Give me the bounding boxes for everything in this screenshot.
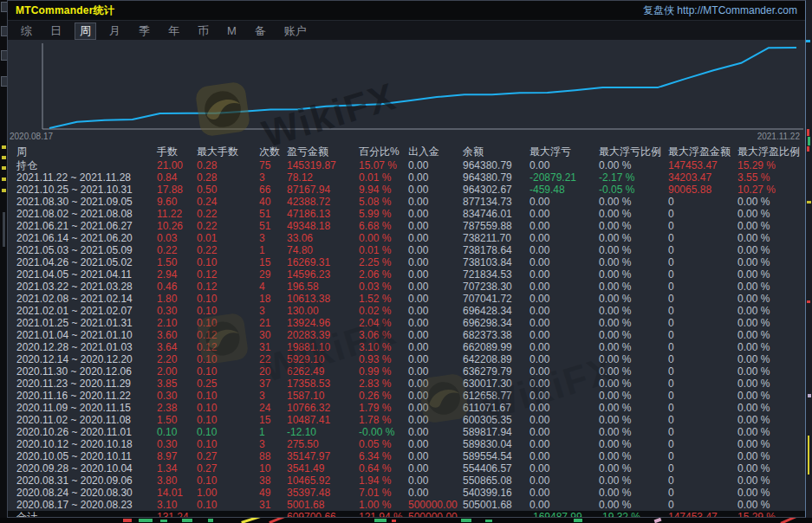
- cell: 2.94: [157, 268, 197, 281]
- column-header[interactable]: 出入金: [408, 142, 463, 161]
- column-header[interactable]: 手数: [157, 142, 197, 161]
- cell: 0.00 %: [737, 438, 805, 450]
- cell: 4: [259, 281, 287, 293]
- cell: 30: [259, 329, 287, 341]
- table-row[interactable]: 2021.01.04 ~ 2021.01.103.600.123020283.3…: [8, 329, 805, 341]
- table-row[interactable]: 2020.11.02 ~ 2020.11.081.500.101510487.4…: [8, 414, 805, 426]
- table-row[interactable]: 2021.06.14 ~ 2021.06.200.030.01333.060.0…: [8, 232, 805, 244]
- menu-item-1[interactable]: 日: [45, 23, 67, 40]
- cell: 609700.66: [287, 511, 359, 517]
- table-row[interactable]: 2020.12.28 ~ 2021.01.033.640.123119881.1…: [8, 341, 805, 353]
- cell: 589554.54: [463, 450, 529, 462]
- column-header[interactable]: 最大浮盈金额: [668, 142, 737, 161]
- cell: 2021.04.05 ~ 2021.04.11: [16, 268, 157, 281]
- column-header[interactable]: 盈亏金额: [287, 142, 359, 161]
- menu-item-0[interactable]: 综: [16, 23, 37, 40]
- table-row[interactable]: 2020.10.05 ~ 2020.10.118.970.278835147.9…: [8, 450, 805, 462]
- cell: 2.25 %: [359, 256, 408, 268]
- cell: 0: [668, 208, 737, 220]
- cell: 10766.32: [287, 402, 359, 414]
- table-row[interactable]: 2020.12.14 ~ 2020.12.202.200.10225929.10…: [8, 353, 805, 365]
- table-row[interactable]: 2020.08.17 ~ 2020.08.233.100.10315001.68…: [8, 499, 805, 511]
- table-row[interactable]: 2020.08.31 ~ 2020.09.063.800.103810465.9…: [8, 475, 805, 487]
- cell: 2020.11.16 ~ 2020.11.22: [16, 390, 157, 402]
- menu-item-2[interactable]: 周: [75, 23, 96, 40]
- column-header[interactable]: 次数: [259, 142, 287, 161]
- menu-item-5[interactable]: 年: [163, 23, 185, 40]
- table-row[interactable]: 2021.08.02 ~ 2021.08.0811.220.225147186.…: [8, 208, 805, 220]
- cell: 2021.08.30 ~ 2021.09.05: [16, 196, 157, 208]
- menu-item-8[interactable]: 备: [250, 23, 271, 40]
- cell: 0.00 %: [737, 293, 805, 305]
- cell: 0.01: [197, 232, 259, 244]
- table-row[interactable]: 2021.06.21 ~ 2021.06.2710.260.225149348.…: [8, 220, 805, 232]
- table-row[interactable]: 2020.11.09 ~ 2020.11.152.380.102410766.3…: [8, 402, 805, 414]
- cell: 11.22: [157, 208, 197, 220]
- cell: 2020.10.26 ~ 2020.11.01: [16, 426, 157, 438]
- cell: 51: [259, 208, 287, 220]
- column-header[interactable]: 周: [16, 142, 157, 161]
- table-row[interactable]: 2020.11.23 ~ 2020.11.293.850.253717358.5…: [8, 378, 805, 390]
- cell: 0.27: [197, 462, 259, 475]
- cell: 0.00: [408, 317, 463, 329]
- table-row[interactable]: 2021.11.22 ~ 2021.11.280.840.28378.120.0…: [8, 171, 805, 184]
- cell: 696298.34: [463, 317, 529, 329]
- cell: 2021.06.14 ~ 2021.06.20: [16, 232, 157, 244]
- cell: 0.24: [197, 196, 259, 208]
- cell: 20283.39: [287, 329, 359, 341]
- cell: 1.34: [157, 462, 197, 475]
- table-row[interactable]: 2020.10.26 ~ 2020.11.010.100.101-12.10-0…: [8, 426, 805, 438]
- cell: 0.00: [408, 184, 463, 196]
- menu-item-3[interactable]: 月: [104, 23, 126, 40]
- cell: 42388.72: [287, 196, 359, 208]
- table-row[interactable]: 2021.04.05 ~ 2021.04.112.940.122914596.2…: [8, 268, 805, 281]
- cell: 3.80: [157, 475, 197, 487]
- column-header[interactable]: 余额: [463, 142, 529, 161]
- table-row[interactable]: 2021.02.01 ~ 2021.02.070.300.103130.000.…: [8, 305, 805, 317]
- table-row[interactable]: 2021.04.26 ~ 2021.05.021.500.101516269.3…: [8, 256, 805, 268]
- cell: 3.60: [157, 329, 197, 341]
- table-row[interactable]: 2020.09.28 ~ 2020.10.041.340.27103541.49…: [8, 462, 805, 475]
- cell: 20: [259, 365, 287, 378]
- table-row[interactable]: 2020.11.16 ~ 2020.11.220.300.1031587.100…: [8, 390, 805, 402]
- cell: 持仓: [16, 159, 157, 171]
- cell: 0.00 %: [737, 414, 805, 426]
- table-row[interactable]: 2020.10.12 ~ 2020.10.180.300.103275.500.…: [8, 438, 805, 450]
- cell: 0: [668, 353, 737, 365]
- table-row[interactable]: 2021.05.03 ~ 2021.05.090.220.22174.800.0…: [8, 244, 805, 256]
- cell: 0: [668, 426, 737, 438]
- table-row[interactable]: 2021.03.22 ~ 2021.03.280.460.124196.580.…: [8, 281, 805, 293]
- menu-item-9[interactable]: 账户: [279, 23, 312, 40]
- table-row[interactable]: 2021.10.25 ~ 2021.10.3117.880.506687167.…: [8, 184, 805, 196]
- brand-link[interactable]: 复盘侠 http://MTCommander.com: [643, 3, 797, 18]
- cell: 0.00: [408, 365, 463, 378]
- column-header[interactable]: 百分比%: [359, 142, 408, 161]
- menu-item-4[interactable]: 季: [133, 23, 155, 40]
- total-row[interactable]: 合计131.24609700.66121.94 %500000.00-16948…: [8, 511, 805, 517]
- cell: 8.97: [157, 450, 197, 462]
- cell: 0.00: [529, 305, 599, 317]
- column-header[interactable]: 最大手数: [197, 142, 259, 161]
- cell: 0.00 %: [599, 426, 668, 438]
- menu-item-7[interactable]: M: [222, 23, 242, 38]
- column-header[interactable]: 最大浮盈比例: [737, 142, 805, 161]
- table-row[interactable]: 持仓21.000.2875145319.8715.07 %0.00964380.…: [8, 159, 805, 171]
- cell: 0.02 %: [359, 305, 408, 317]
- column-header[interactable]: 最大浮亏比例: [599, 142, 668, 161]
- cell: 15: [259, 414, 287, 426]
- cell: 0.22: [157, 244, 197, 256]
- cell: 0: [668, 293, 737, 305]
- table-row[interactable]: 2021.01.25 ~ 2021.01.312.100.102113924.9…: [8, 317, 805, 329]
- cell: 0.00 %: [737, 499, 805, 511]
- cell: 0.00 %: [737, 341, 805, 353]
- cell: 0.00 %: [599, 487, 668, 499]
- column-header[interactable]: 最大浮亏: [529, 142, 599, 161]
- cell: 2021.11.22 ~ 2021.11.28: [16, 171, 157, 184]
- cell: 0.00 %: [737, 365, 805, 378]
- table-row[interactable]: 2020.11.30 ~ 2020.12.062.000.10206262.49…: [8, 365, 805, 378]
- menu-item-6[interactable]: 币: [192, 23, 214, 40]
- table-row[interactable]: 2020.08.24 ~ 2020.08.3014.011.004935397.…: [8, 487, 805, 499]
- table-row[interactable]: 2021.02.08 ~ 2021.02.141.800.101810613.3…: [8, 293, 805, 305]
- table-row[interactable]: 2021.08.30 ~ 2021.09.059.600.244042388.7…: [8, 196, 805, 208]
- cell: 554406.57: [463, 462, 529, 475]
